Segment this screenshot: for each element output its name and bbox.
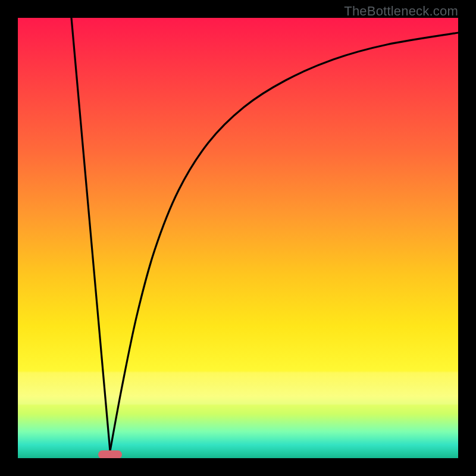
watermark-text: TheBottleneck.com — [344, 4, 458, 19]
chart-curves — [18, 18, 458, 458]
chart-container: TheBottleneck.com — [0, 0, 476, 476]
plot-area — [18, 18, 458, 458]
curve-left — [71, 18, 110, 451]
minimum-marker — [98, 450, 122, 458]
curve-right — [110, 33, 458, 451]
